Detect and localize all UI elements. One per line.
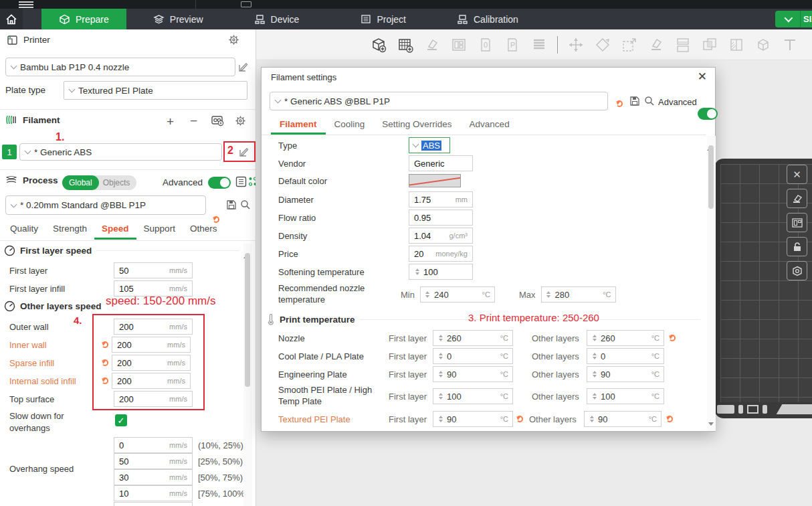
printer-preset-dropdown[interactable]: Bambu Lab P1P 0.4 nozzle: [5, 58, 235, 76]
spinner-icon[interactable]: [414, 266, 420, 277]
price-input[interactable]: 20money/kg: [409, 246, 473, 262]
redo-button[interactable]: P: [504, 36, 521, 54]
arrange-plate-button[interactable]: [787, 213, 807, 232]
search-preset-icon[interactable]: [240, 199, 251, 210]
ams-sync-icon[interactable]: [211, 115, 224, 126]
smooth-pei-other-layers-input[interactable]: 100°C: [587, 388, 664, 404]
save-filament-preset-icon[interactable]: [629, 96, 640, 106]
scope-global[interactable]: Global: [62, 175, 99, 190]
overhang-speed-input-4[interactable]: 10mm/s: [114, 485, 193, 501]
textured-pei-other-layers-input[interactable]: 90°C: [584, 411, 662, 427]
edit-printer-icon[interactable]: [238, 62, 249, 72]
tab-calibration[interactable]: Calibration: [439, 9, 536, 29]
dialog-tab-advanced[interactable]: Advanced: [461, 116, 518, 135]
add-model-button[interactable]: [370, 36, 387, 54]
cool-plate-first-layer-input[interactable]: 0°C: [433, 348, 513, 364]
plate-settings-button[interactable]: [787, 261, 807, 280]
advanced-toggle[interactable]: [208, 177, 231, 189]
tab-speed[interactable]: Speed: [94, 220, 136, 240]
tab-strength[interactable]: Strength: [45, 220, 94, 240]
save-preset-icon[interactable]: [226, 199, 237, 210]
overhang-speed-input-3[interactable]: 30mm/s: [114, 469, 193, 485]
diameter-input[interactable]: 1.75mm: [409, 191, 473, 207]
type-dropdown[interactable]: ABS: [409, 137, 450, 153]
tab-quality[interactable]: Quality: [3, 220, 45, 240]
reset-textured-pei-other-icon[interactable]: [666, 416, 673, 422]
tab-preview[interactable]: Preview: [136, 9, 221, 29]
parameter-table-icon[interactable]: [235, 176, 247, 187]
home-button[interactable]: [0, 9, 23, 29]
flow-ratio-input[interactable]: 0.95: [409, 209, 473, 226]
compare-presets-icon[interactable]: [248, 176, 256, 187]
delete-plate-button[interactable]: ✕: [787, 165, 807, 184]
plate-type-dropdown[interactable]: Textured PEI Plate: [64, 81, 247, 100]
filament-preset-dropdown[interactable]: * Generic ABS: [19, 143, 222, 161]
undo-button[interactable]: 0: [477, 36, 494, 54]
softening-temperature-input[interactable]: 100: [409, 264, 473, 280]
printer-settings-gear-icon[interactable]: [228, 34, 239, 46]
dialog-tab-filament[interactable]: Filament: [271, 116, 326, 135]
add-filament-button[interactable]: +: [167, 115, 174, 128]
overhang-speed-input-2[interactable]: 50mm/s: [114, 453, 193, 469]
lock-plate-button[interactable]: [787, 237, 807, 256]
panel-scrollbar[interactable]: [243, 244, 252, 506]
cut-button[interactable]: [754, 36, 772, 54]
split-plane-button[interactable]: [674, 36, 692, 54]
process-preset-dropdown[interactable]: * 0.20mm Standard @BBL P1P: [5, 195, 206, 215]
tab-device[interactable]: Device: [237, 9, 317, 29]
split-objects-button[interactable]: [701, 36, 718, 54]
nozzle-other-layers-input[interactable]: 260°C: [587, 330, 664, 346]
reset-nozzle-other-icon[interactable]: [669, 335, 676, 341]
tab-support[interactable]: Support: [136, 220, 183, 240]
dialog-preset-dropdown[interactable]: * Generic ABS @BBL P1P: [270, 92, 608, 110]
dialog-tab-cooling[interactable]: Cooling: [326, 116, 374, 135]
menu-icon[interactable]: [19, 1, 33, 7]
first-layer-input[interactable]: 50mm/s: [114, 262, 193, 278]
min-nozzle-temp-input[interactable]: 240°C: [420, 286, 495, 303]
spinner-icon[interactable]: [546, 289, 552, 300]
reset-filament-preset-icon[interactable]: [616, 100, 623, 107]
tab-others[interactable]: Others: [183, 220, 225, 240]
tab-project[interactable]: Project: [343, 9, 423, 29]
slow-down-overhangs-checkbox[interactable]: ✓: [115, 414, 127, 426]
slice-dropdown-button[interactable]: [775, 11, 800, 27]
rotate-button[interactable]: [594, 36, 611, 54]
overhang-speed-input-1[interactable]: 0mm/s: [114, 437, 193, 453]
filament-settings-gear-icon[interactable]: [235, 115, 246, 126]
text-tool-button[interactable]: [781, 36, 799, 54]
smooth-pei-first-layer-input[interactable]: 100°C: [433, 388, 513, 404]
dialog-tab-setting-overrides[interactable]: Setting Overrides: [373, 116, 460, 135]
scale-button[interactable]: [621, 36, 638, 54]
cool-plate-other-layers-input[interactable]: 0°C: [587, 348, 664, 364]
plate-number-tag[interactable]: [717, 405, 734, 414]
scroll-down-icon[interactable]: [708, 422, 714, 428]
layers-list-button[interactable]: [530, 36, 548, 54]
engineering-plate-other-layers-input[interactable]: 90°C: [587, 366, 664, 382]
search-filament-setting-icon[interactable]: [644, 96, 655, 106]
split-parts-button[interactable]: [728, 36, 745, 54]
default-color-swatch[interactable]: [409, 174, 461, 187]
auto-orient-button[interactable]: [423, 36, 441, 54]
density-input[interactable]: 1.04g/cm³: [409, 228, 473, 244]
add-plate-button[interactable]: [397, 36, 414, 54]
move-button[interactable]: [567, 36, 585, 54]
filament-slot-badge[interactable]: 1: [2, 145, 17, 159]
overhang-speed-input-5[interactable]: [114, 502, 193, 506]
place-on-face-button[interactable]: [647, 36, 665, 54]
engineering-plate-first-layer-input[interactable]: 90°C: [433, 366, 513, 382]
spinner-icon[interactable]: [425, 289, 431, 300]
process-scope-switch[interactable]: Global Objects: [62, 175, 136, 190]
close-dialog-icon[interactable]: ✕: [698, 70, 707, 84]
max-nozzle-temp-input[interactable]: 280°C: [541, 286, 616, 303]
orient-plate-button[interactable]: [787, 189, 807, 208]
remove-filament-button[interactable]: −: [190, 114, 197, 127]
scope-objects[interactable]: Objects: [99, 178, 137, 187]
reset-textured-pei-first-icon[interactable]: [516, 416, 523, 422]
nozzle-first-layer-input[interactable]: 260°C: [433, 330, 513, 346]
tab-prepare[interactable]: Prepare: [41, 9, 126, 29]
arrange-button[interactable]: [450, 36, 468, 54]
vendor-input[interactable]: Generic: [409, 155, 473, 171]
dialog-scrollbar[interactable]: [707, 136, 716, 431]
textured-pei-first-layer-input[interactable]: 90°C: [433, 411, 513, 427]
slice-plate-button[interactable]: Sl: [800, 11, 812, 27]
